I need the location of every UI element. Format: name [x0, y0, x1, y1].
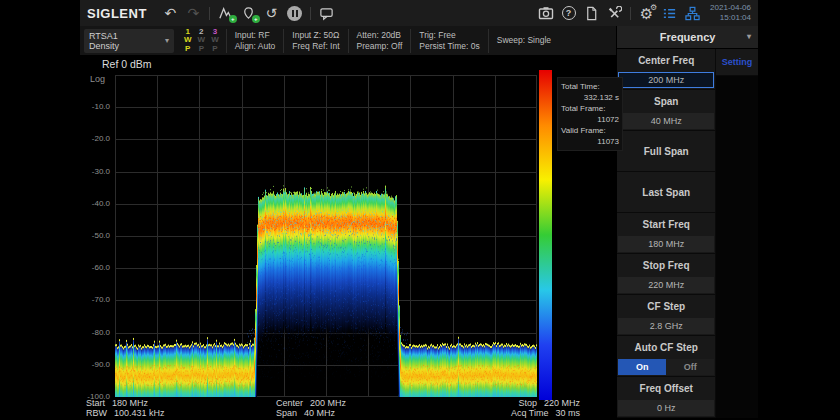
freq-offset-value[interactable]: 0 Hz — [618, 400, 714, 416]
cf-step-value[interactable]: 2.8 GHz — [618, 318, 714, 334]
replay-icon: ↺ — [265, 6, 277, 20]
pause-button[interactable] — [283, 2, 306, 24]
sidebar-item-label: Full Span — [617, 131, 715, 171]
sidebar-item-auto-cf-step[interactable]: Auto CF Step On Off — [617, 336, 715, 376]
network-icon — [685, 6, 700, 21]
rbw-label: RBW — [86, 408, 107, 418]
status-atten: Atten: 20dB Preamp: Off — [348, 29, 411, 53]
y-axis-tick: -70.0 — [80, 295, 110, 304]
redo-button[interactable]: ↷ — [182, 2, 205, 24]
sidebar-item-center-freq[interactable]: Center Freq 200 MHz — [617, 49, 715, 89]
auto-cf-on-button[interactable]: On — [618, 359, 666, 375]
camera-icon — [538, 5, 554, 21]
help-button[interactable]: ? — [557, 2, 580, 24]
replay-history-button[interactable]: ↺ — [260, 2, 283, 24]
mode-dropdown[interactable]: RTSA1 Density ▾ — [84, 29, 174, 53]
center-value: 200 MHz — [310, 398, 346, 408]
y-axis-tick: -50.0 — [80, 231, 110, 240]
settings-gear-button[interactable]: ⚙ ⚙ — [635, 2, 658, 24]
tools-button[interactable] — [603, 2, 626, 24]
acq-time-value: 30 ms — [555, 408, 580, 418]
trace-indicator-3[interactable]: 3 W P — [211, 28, 219, 54]
center-span-readout: Center200 MHz Span40 MHz — [276, 398, 346, 418]
sidebar-item-label: Freq Offset — [617, 377, 715, 400]
marker-pin-button[interactable]: + — [237, 2, 260, 24]
trace-mode: P — [212, 45, 217, 54]
total-frame-label: Total Frame: — [561, 103, 619, 114]
y-axis-tick: -40.0 — [80, 199, 110, 208]
siglent-logo: SIGLENT — [87, 6, 147, 21]
stop-value: 220 MHz — [544, 398, 580, 408]
y-axis-tick: -10.0 — [80, 102, 110, 111]
status-input: Input: RF Align: Auto — [226, 29, 284, 53]
mode-dropdown-label: RTSA1 Density — [89, 31, 165, 51]
toolbar-divider — [630, 7, 631, 20]
status-sweep: Sweep: Single — [488, 29, 559, 53]
trace-mode: P — [199, 45, 204, 54]
status-line: Atten: 20dB — [357, 30, 403, 41]
trace-indicator-1[interactable]: 1 W P — [184, 28, 192, 54]
main-row: RTSA1 Density ▾ 1 W P 2 W P 3 W — [80, 26, 758, 418]
sidebar-item-freq-offset[interactable]: Freq Offset 0 Hz — [617, 377, 715, 417]
status-impedance: Input Z: 50Ω Freq Ref: Int — [283, 29, 347, 53]
y-axis-tick: -100.0 — [80, 392, 110, 401]
chevron-down-icon: ▾ — [747, 33, 751, 41]
screenshot-button[interactable] — [534, 2, 557, 24]
status-line: Sweep: Single — [497, 35, 551, 46]
toolbar-divider — [310, 7, 311, 20]
valid-frame-label: Valid Frame: — [561, 125, 619, 136]
spectrum-analyzer-window: SIGLENT ↶ ↷ + + ↺ — [80, 0, 758, 418]
document-icon — [584, 6, 599, 21]
status-bar: RTSA1 Density ▾ 1 W P 2 W P 3 W — [80, 26, 616, 55]
stop-freq-value[interactable]: 220 MHz — [618, 277, 714, 293]
auto-cf-off-button[interactable]: Off — [666, 359, 714, 375]
sidebar-item-label: Start Freq — [617, 213, 715, 236]
density-plot-canvas[interactable] — [115, 75, 537, 397]
tools-icon — [607, 6, 622, 21]
sidebar-item-stop-freq[interactable]: Stop Freq 220 MHz — [617, 254, 715, 294]
file-button[interactable] — [580, 2, 603, 24]
menu-items: Center Freq 200 MHz Span 40 MHz Full Spa… — [617, 49, 715, 418]
center-freq-value[interactable]: 200 MHz — [618, 72, 714, 88]
sidebar-item-last-span[interactable]: Last Span — [617, 172, 715, 212]
menu-list-button[interactable] — [658, 2, 681, 24]
undo-button[interactable]: ↶ — [159, 2, 182, 24]
marker-add-badge: + — [252, 15, 260, 23]
plot-area: Ref 0 dBm Log Total Time: 332.132 s Tota… — [80, 55, 616, 418]
valid-frame-value: 11073 — [561, 136, 619, 147]
frequency-menu-panel: Frequency ▾ Center Freq 200 MHz Span 40 … — [616, 26, 758, 418]
stop-acq-readout: Stop220 MHz Acq Time30 ms — [440, 398, 580, 418]
sidebar-item-start-freq[interactable]: Start Freq 180 MHz — [617, 213, 715, 253]
trace-indicator-2[interactable]: 2 W P — [198, 28, 206, 54]
datetime-display: 2021-04-06 15:01:04 — [710, 3, 751, 23]
peak-search-button[interactable]: + — [214, 2, 237, 24]
y-axis-tick: -90.0 — [80, 360, 110, 369]
scale-label: Log — [90, 74, 105, 84]
y-axis-tick: -60.0 — [80, 263, 110, 272]
sidebar-item-cf-step[interactable]: CF Step 2.8 GHz — [617, 295, 715, 335]
sidebar-item-full-span[interactable]: Full Span — [617, 131, 715, 171]
menu-title-dropdown[interactable]: Frequency ▾ — [617, 26, 758, 49]
sidebar-item-span[interactable]: Span 40 MHz — [617, 90, 715, 130]
span-value: 40 MHz — [304, 408, 335, 418]
y-axis-tick: -30.0 — [80, 167, 110, 176]
start-freq-value[interactable]: 180 MHz — [618, 236, 714, 252]
colorbar — [539, 70, 552, 400]
menu-title: Frequency — [660, 31, 716, 43]
tab-setting[interactable]: Setting — [716, 49, 758, 75]
start-value: 180 MHz — [112, 398, 148, 408]
rbw-value: 100.431 kHz — [114, 408, 165, 418]
center-label: Center — [276, 398, 303, 408]
y-axis-tick: -80.0 — [80, 328, 110, 337]
total-frame-value: 11072 — [561, 114, 619, 125]
screen-background: SIGLENT ↶ ↷ + + ↺ — [0, 0, 840, 420]
toolbar-right-group: ? ⚙ ⚙ — [534, 2, 751, 24]
network-lan-button[interactable] — [681, 2, 704, 24]
span-value[interactable]: 40 MHz — [618, 113, 714, 129]
undo-icon: ↶ — [164, 6, 176, 20]
sidebar-item-label: Last Span — [617, 172, 715, 212]
tab-column-filler — [716, 76, 758, 418]
top-toolbar: SIGLENT ↶ ↷ + + ↺ — [80, 0, 758, 26]
pause-icon — [287, 6, 302, 21]
message-button[interactable] — [315, 2, 338, 24]
